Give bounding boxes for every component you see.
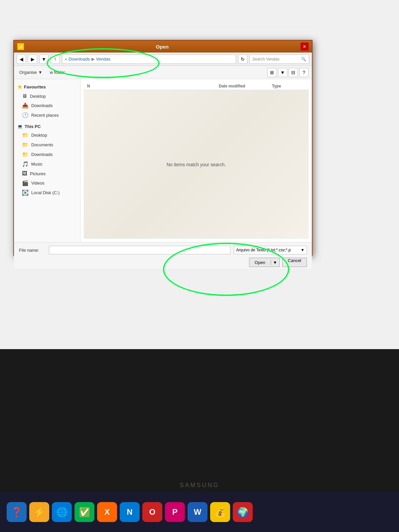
favourites-star-icon: ★ — [17, 84, 22, 90]
sidebar-label-downloads-fav: Downloads — [31, 103, 53, 108]
favourites-section: ★ Favourites 🖥 Desktop 📥 Downloads 🕐 Rec… — [14, 82, 80, 120]
folder-icon-desktop-fav: 🖥 — [22, 93, 27, 99]
nav-dropdown-button[interactable]: ▼ — [39, 55, 49, 64]
taskbar-icon-onenote[interactable]: N — [120, 502, 140, 522]
taskbar-icon-powerpoint[interactable]: P — [165, 502, 185, 522]
address-arrow: ▶ — [91, 57, 95, 62]
sidebar-label-downloads-pc: Downloads — [31, 152, 53, 157]
thispc-label: This PC — [25, 124, 41, 129]
address-downloads: Downloads — [68, 57, 90, 62]
favourites-header[interactable]: ★ Favourites — [14, 82, 80, 91]
sidebar-label-videos: Videos — [31, 181, 45, 186]
search-icon: 🔍 — [301, 57, 306, 62]
taskbar-icon-outlook[interactable]: O — [142, 502, 162, 522]
filename-input[interactable] — [49, 246, 230, 254]
folder-icon-downloads-fav: 📥 — [22, 102, 29, 109]
search-placeholder: Search Vendas — [252, 57, 279, 62]
nav-up-button[interactable]: ↑ — [51, 55, 60, 64]
taskbar-icon-finance[interactable]: 💰 — [210, 502, 230, 522]
taskbar-icon-edge[interactable]: 🌐 — [52, 502, 72, 522]
empty-message-text: No items match your search. — [167, 162, 226, 167]
filetype-select[interactable]: Arquivo de Texto (*.txt;*.csv;*.p ▼ — [234, 246, 307, 254]
sidebar-item-pictures[interactable]: 🖼 Pictures — [14, 169, 80, 178]
view-icon-btn-1[interactable]: ⊞ — [267, 68, 277, 77]
filetype-dropdown-icon: ▼ — [301, 248, 305, 252]
dialog-title-text: Open — [24, 44, 301, 50]
taskbar-icon-chrome[interactable]: 🌍 — [233, 502, 253, 522]
samsung-text: SAMSUNG — [180, 482, 219, 489]
files-empty-message: No items match your search. — [84, 90, 309, 239]
dialog-bottom-bar: File name: Arquivo de Texto (*.txt;*.csv… — [14, 242, 312, 269]
sidebar-item-localdisk[interactable]: 💽 Local Disk (C:) — [14, 188, 80, 198]
dialog-buttons-row: Open ▼ Cancel — [19, 258, 307, 267]
sidebar-item-downloads-pc[interactable]: 📁 Downloads — [14, 150, 80, 159]
folder-icon-localdisk: 💽 — [22, 190, 29, 196]
taskbar-icon-help[interactable]: ❓ — [7, 502, 27, 522]
sidebar-item-recent[interactable]: 🕐 Recent places — [14, 110, 80, 120]
filename-label: File name: — [19, 248, 46, 253]
refresh-icon: ↻ — [241, 57, 245, 62]
taskbar-icon-word[interactable]: W — [188, 502, 207, 522]
sidebar-label-localdisk: Local Disk (C:) — [31, 190, 60, 195]
sidebar-label-desktop-pc: Desktop — [31, 133, 47, 138]
sidebar-label-documents: Documents — [31, 142, 53, 147]
filename-row: File name: Arquivo de Texto (*.txt;*.csv… — [19, 246, 307, 254]
sidebar-item-downloads-fav[interactable]: 📥 Downloads — [14, 101, 80, 110]
folder-icon-recent: 🕐 — [22, 112, 29, 118]
search-box[interactable]: Search Vendas 🔍 — [249, 55, 309, 64]
col-name: N — [87, 84, 219, 88]
address-chevron: « — [65, 57, 67, 62]
folder-icon-music: 🎵 — [22, 161, 29, 167]
view-help-btn[interactable]: ? — [299, 68, 309, 77]
sidebar-label-desktop-fav: Desktop — [30, 94, 46, 99]
cancel-button[interactable]: Cancel — [282, 258, 307, 267]
nav-forward-button[interactable]: ▶ — [28, 55, 37, 64]
dropdown-icon: ▼ — [42, 57, 46, 62]
word-icon: W — [194, 507, 201, 517]
view-icon-btn-2[interactable]: ⊟ — [289, 68, 298, 77]
dialog-body: ★ Favourites 🖥 Desktop 📥 Downloads 🕐 Rec… — [14, 79, 312, 242]
sidebar-item-music[interactable]: 🎵 Music — [14, 159, 80, 169]
dialog-file-area: N Date modified Type No items match your… — [80, 79, 312, 242]
folder-icon-desktop-pc: 📁 — [22, 132, 29, 138]
open-button-arrow[interactable]: ▼ — [271, 260, 279, 265]
nav-back-button[interactable]: ◀ — [17, 55, 26, 64]
refresh-button[interactable]: ↻ — [238, 55, 247, 64]
dialog-titlebar: 📁 Open ✕ — [14, 41, 312, 53]
organise-label: Organise — [19, 70, 37, 75]
sidebar-label-recent: Recent places — [31, 113, 59, 118]
col-date: Date modified — [219, 84, 272, 88]
thispc-icon: 💻 — [17, 124, 23, 129]
address-vendas: Vendas — [96, 57, 110, 62]
up-icon: ↑ — [54, 57, 57, 62]
taskbar-icon-excel[interactable]: X — [97, 502, 117, 522]
files-column-header: N Date modified Type — [84, 82, 309, 90]
folder-icon-downloads-pc: 📁 — [22, 151, 29, 158]
sidebar-item-documents[interactable]: 📁 Documents — [14, 140, 80, 150]
dialog-close-button[interactable]: ✕ — [301, 43, 309, 51]
new-folder-button[interactable]: w folder — [47, 69, 68, 75]
sidebar-item-desktop-pc[interactable]: 📁 Desktop — [14, 130, 80, 140]
thispc-header[interactable]: 💻 This PC — [14, 123, 80, 130]
sidebar-item-desktop-fav[interactable]: 🖥 Desktop — [14, 91, 80, 101]
taskbar-icon-power[interactable]: ⚡ — [29, 502, 49, 522]
organise-button[interactable]: Organise ▼ — [17, 69, 45, 75]
open-button-label: Open — [249, 260, 271, 265]
sidebar-label-pictures: Pictures — [30, 171, 46, 176]
sidebar-item-videos[interactable]: 🎬 Videos — [14, 178, 80, 188]
address-box[interactable]: « Downloads ▶ Vendas — [62, 55, 236, 64]
open-button[interactable]: Open ▼ — [249, 258, 280, 267]
check-icon: ✅ — [79, 507, 90, 518]
help-icon: ❓ — [11, 507, 23, 518]
dialog-sidebar: ★ Favourites 🖥 Desktop 📥 Downloads 🕐 Rec… — [14, 79, 80, 242]
view-dropdown-btn[interactable]: ▼ — [278, 68, 287, 77]
taskbar-icon-check[interactable]: ✅ — [74, 502, 94, 522]
taskbar: ❓ ⚡ 🌐 ✅ X N O P W 💰 🌍 — [0, 492, 399, 532]
back-icon: ◀ — [20, 57, 23, 62]
dialog-toolbar: Organise ▼ w folder ⊞ ▼ ⊟ ? — [14, 66, 312, 79]
finance-icon: 💰 — [214, 507, 226, 518]
folder-icon-pictures: 🖼 — [22, 171, 27, 177]
power-icon: ⚡ — [34, 507, 45, 518]
favourites-label: Favourites — [24, 84, 46, 89]
edge-icon: 🌐 — [56, 507, 68, 518]
